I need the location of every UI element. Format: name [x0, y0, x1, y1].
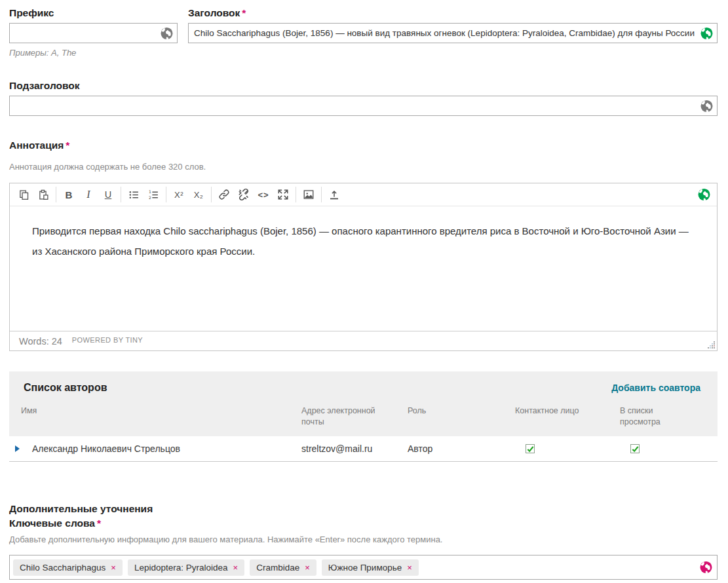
author-row: Александр Николаевич Стрельцов streltzov… [9, 436, 718, 462]
required-asterisk: * [97, 517, 101, 529]
italic-icon: I [86, 189, 90, 200]
word-count: Words: 24 [19, 336, 62, 347]
check-icon [632, 445, 639, 453]
insert-image-button[interactable] [299, 186, 318, 203]
powered-by-tiny: POWERED BY TINY [72, 336, 143, 344]
prefix-locale-globe-icon[interactable] [161, 27, 173, 39]
editor-statusbar: Words: 24 POWERED BY TINY [10, 331, 717, 350]
superscript-icon: X² [174, 190, 183, 200]
numbered-list-icon: 12 [148, 189, 159, 200]
toolbar-separator [166, 187, 166, 202]
keywords-hint: Добавьте дополнительную информацию для в… [9, 535, 718, 544]
keyword-tag: Lepidoptera: Pyraloidea × [128, 559, 244, 576]
column-header-contact: Контактное лицо [515, 405, 620, 428]
keyword-tag: Южное Приморье × [322, 559, 419, 576]
underline-button[interactable]: U [98, 186, 118, 203]
italic-button[interactable]: I [79, 186, 98, 203]
subtitle-input[interactable] [9, 96, 718, 116]
toolbar-separator [211, 187, 212, 202]
author-role: Автор [408, 443, 515, 454]
keyword-tag: Crambidae × [250, 559, 316, 576]
numbered-list-button[interactable]: 12 [144, 186, 163, 203]
keyword-tag-label: Lepidoptera: Pyraloidea [134, 563, 228, 573]
subscript-icon: X₂ [194, 190, 204, 200]
upload-image-button[interactable] [324, 186, 344, 203]
column-header-email: Адрес электронной почты [301, 405, 408, 428]
prefix-title-row: Префикс Примеры: A, The Заголовок* [9, 7, 718, 58]
rich-text-editor: B I U 12 X² X₂ <> [9, 183, 718, 351]
authors-panel-title: Список авторов [24, 382, 107, 394]
fullscreen-icon [277, 189, 289, 200]
prefix-input[interactable] [9, 23, 178, 43]
prefix-hint: Примеры: A, The [9, 48, 178, 58]
title-field-group: Заголовок* [188, 7, 718, 58]
subscript-button[interactable]: X₂ [189, 186, 208, 203]
remove-tag-icon[interactable]: × [233, 563, 239, 572]
authors-panel: Список авторов Добавить соавтора Имя Адр… [9, 371, 718, 462]
editor-resize-handle[interactable] [707, 341, 716, 349]
unlink-icon [238, 189, 250, 200]
subtitle-locale-globe-icon[interactable] [700, 100, 713, 112]
insert-link-button[interactable] [214, 186, 234, 203]
column-header-name: Имя [21, 405, 301, 428]
bullet-list-icon [128, 189, 140, 200]
remove-link-button[interactable] [234, 186, 254, 203]
source-code-icon: <> [258, 190, 269, 200]
image-icon [303, 189, 315, 200]
upload-icon [328, 189, 340, 200]
svg-text:1: 1 [149, 189, 151, 194]
toolbar-separator [121, 187, 121, 202]
toolbar-separator [296, 187, 296, 202]
toolbar-separator [321, 187, 322, 202]
title-locale-globe-icon[interactable] [700, 27, 713, 39]
toolbar-separator [56, 187, 56, 202]
editor-toolbar: B I U 12 X² X₂ <> [10, 183, 717, 206]
title-input[interactable] [188, 23, 718, 43]
keyword-tag-label: Chilo Sacchariphagus [20, 563, 105, 573]
browse-lists-checkbox[interactable] [630, 444, 640, 453]
keyword-tag: Chilo Sacchariphagus × [13, 559, 123, 576]
abstract-field-group: Аннотация* Аннотация должна содержать не… [9, 139, 718, 351]
copy-icon [18, 189, 29, 200]
section-title: Дополнительные уточнения [9, 503, 718, 515]
required-asterisk: * [242, 7, 246, 18]
title-label: Заголовок* [188, 7, 718, 20]
prefix-field-group: Префикс Примеры: A, The [9, 7, 178, 58]
fullscreen-button[interactable] [273, 186, 293, 203]
contact-person-checkbox[interactable] [526, 444, 535, 453]
underline-icon: U [105, 189, 111, 200]
check-icon [527, 445, 534, 453]
remove-tag-icon[interactable]: × [111, 563, 116, 572]
subtitle-label: Подзаголовок [9, 79, 718, 92]
author-name: Александр Николаевич Стрельцов [32, 443, 180, 454]
paste-icon [38, 189, 49, 200]
abstract-label: Аннотация* [9, 139, 718, 152]
keywords-tag-input[interactable]: Chilo Sacchariphagus × Lepidoptera: Pyra… [9, 555, 718, 580]
submission-metadata-form: Префикс Примеры: A, The Заголовок* Подза… [0, 0, 728, 580]
required-asterisk: * [66, 140, 69, 151]
column-header-browse-lists: В списки просмотра [620, 405, 718, 428]
superscript-button[interactable]: X² [169, 186, 189, 203]
column-header-role: Роль [408, 405, 515, 428]
source-code-button[interactable]: <> [254, 186, 273, 203]
svg-text:2: 2 [149, 195, 151, 199]
abstract-locale-globe-icon[interactable] [698, 189, 710, 201]
expand-row-icon[interactable] [15, 445, 22, 452]
remove-tag-icon[interactable]: × [305, 563, 310, 572]
bold-icon: B [66, 189, 73, 200]
keyword-tag-label: Crambidae [256, 563, 299, 573]
keywords-locale-globe-icon[interactable] [700, 561, 712, 574]
additional-refinements-section: Дополнительные уточнения Ключевые слова*… [9, 503, 718, 580]
abstract-editor-area[interactable]: Приводится первая находка Chilo sacchari… [10, 206, 717, 331]
keyword-tag-label: Южное Приморье [328, 563, 402, 573]
prefix-label: Префикс [9, 7, 178, 20]
add-coauthor-link[interactable]: Добавить соавтора [611, 383, 700, 393]
remove-tag-icon[interactable]: × [407, 563, 412, 572]
copy-button[interactable] [14, 186, 33, 203]
keywords-label: Ключевые слова* [9, 517, 718, 530]
paste-button[interactable] [33, 186, 53, 203]
subtitle-field-group: Подзаголовок [9, 79, 718, 116]
bold-button[interactable]: B [59, 186, 79, 203]
bullet-list-button[interactable] [124, 186, 144, 203]
abstract-hint: Аннотация должна содержать не более 320 … [9, 162, 718, 172]
